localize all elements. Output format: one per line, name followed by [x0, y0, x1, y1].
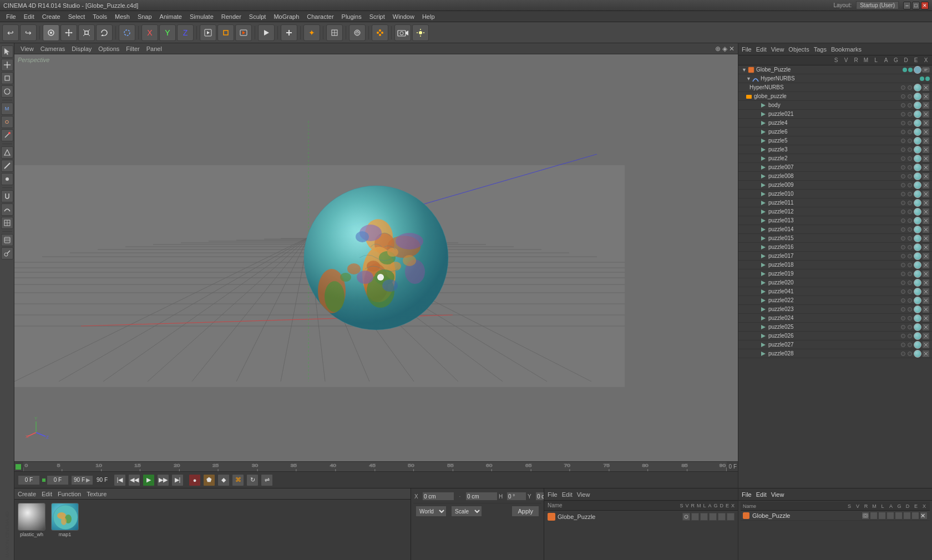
attr-icon-6b[interactable]	[903, 512, 911, 520]
obj-item-puzzle2[interactable]: puzzle2	[738, 154, 932, 163]
mograph-button[interactable]	[372, 24, 388, 41]
obj-item-body[interactable]: body	[738, 101, 932, 110]
obj-menu-objects[interactable]: Objects	[788, 46, 809, 53]
obj-item-root[interactable]: ▼ Globe_Puzzle	[738, 65, 932, 74]
camera-button[interactable]	[394, 24, 411, 41]
obj-menu-file[interactable]: File	[742, 46, 752, 53]
attr-menu-edit[interactable]: Edit	[562, 491, 573, 498]
motion-path-button[interactable]: ⌘	[232, 474, 244, 486]
obj-item-HyperNURBS[interactable]: HyperNURBS	[738, 83, 932, 92]
timeline-ruler-bar[interactable]: 0 5 10 15 20 25 30 35 40 45 50 55 60 65	[23, 462, 727, 472]
go-forward-button[interactable]: ▶▶	[157, 474, 169, 486]
lt-edge[interactable]	[1, 160, 13, 172]
lt-magnet[interactable]	[1, 190, 13, 202]
menu-animate[interactable]: Animate	[156, 12, 186, 21]
obj-arrow-hypernurbs[interactable]: ▼	[746, 76, 752, 82]
attr-icon-6[interactable]	[727, 513, 735, 521]
x-axis-button[interactable]: X	[141, 24, 158, 41]
menu-sculpt[interactable]: Sculpt	[245, 12, 270, 21]
mat-menu-function[interactable]: Function	[58, 491, 81, 497]
obj-item-puzzle022[interactable]: puzzle022	[738, 296, 932, 305]
mat-menu-create[interactable]: Create	[18, 491, 36, 497]
menu-snap[interactable]: Snap	[134, 12, 156, 21]
obj-item-puzzle008[interactable]: puzzle008	[738, 172, 932, 181]
obj-item-puzzle020[interactable]: puzzle020	[738, 278, 932, 287]
go-to-end-button[interactable]: ▶|	[171, 474, 184, 486]
obj-item-puzzle007[interactable]: puzzle007	[738, 163, 932, 172]
obj-item-puzzle5[interactable]: puzzle5	[738, 136, 932, 145]
apply-button[interactable]: Apply	[511, 506, 539, 517]
attr-bottom-menu-view[interactable]: View	[771, 491, 784, 498]
viewport[interactable]: Perspective	[14, 54, 738, 461]
obj-item-puzzle027[interactable]: puzzle027	[738, 340, 932, 349]
attr-bottom-menu-edit[interactable]: Edit	[756, 491, 767, 498]
vp-menu-display[interactable]: Display	[69, 45, 94, 53]
coord-x-pos-input[interactable]	[422, 492, 454, 501]
obj-arrow-root[interactable]: ▼	[742, 67, 747, 73]
rotate-tool-button[interactable]	[96, 24, 113, 41]
vp-menu-panel[interactable]: Panel	[144, 45, 165, 53]
obj-item-hypernurbs[interactable]: ▼ HyperNURBS	[738, 74, 932, 83]
lt-grid[interactable]	[1, 217, 13, 229]
menu-script[interactable]: Script	[366, 12, 389, 21]
current-frame-input[interactable]	[18, 475, 40, 485]
mat-menu-edit[interactable]: Edit	[42, 491, 52, 497]
obj-item-puzzle015[interactable]: puzzle015	[738, 234, 932, 243]
obj-menu-edit[interactable]: Edit	[756, 46, 767, 53]
lt-polygon[interactable]	[1, 146, 13, 159]
go-to-start-button[interactable]: |◀	[114, 474, 126, 486]
keyframe-button[interactable]: ◆	[217, 474, 230, 486]
coord-x-scale-input[interactable]	[465, 492, 498, 501]
animation-play-button[interactable]	[258, 24, 275, 41]
go-back-button[interactable]: ◀◀	[128, 474, 140, 486]
loop-button[interactable]: ↻	[246, 474, 259, 486]
obj-item-puzzle010[interactable]: puzzle010	[738, 190, 932, 198]
obj-item-puzzle013[interactable]: puzzle013	[738, 216, 932, 225]
lt-move[interactable]	[1, 59, 13, 71]
menu-mesh[interactable]: Mesh	[111, 12, 134, 21]
close-button[interactable]: ✕	[921, 2, 929, 9]
attr-icon-2b[interactable]	[870, 512, 878, 520]
attr-menu-file[interactable]: File	[548, 491, 558, 498]
lt-scale[interactable]	[1, 72, 13, 84]
menu-select[interactable]: Select	[64, 12, 89, 21]
render-picture-button[interactable]	[235, 24, 252, 41]
obj-menu-tags[interactable]: Tags	[814, 46, 827, 53]
menu-create[interactable]: Create	[38, 12, 64, 21]
attr-icon-5b[interactable]	[895, 512, 903, 520]
attr-icon-7b[interactable]	[911, 512, 919, 520]
attr-bottom-menu-file[interactable]: File	[742, 491, 752, 498]
null-object-button[interactable]: ✦	[303, 24, 320, 41]
attr-icon-4[interactable]	[709, 513, 717, 521]
attr-menu-view[interactable]: View	[577, 491, 590, 498]
auto-key-button[interactable]: ⬟	[203, 474, 215, 486]
maximize-button[interactable]: □	[912, 2, 920, 9]
vp-menu-options[interactable]: Options	[95, 45, 122, 53]
material-item-map1[interactable]: map1	[51, 503, 79, 537]
frame-counter[interactable]	[47, 475, 69, 485]
redo-button[interactable]: ↪	[20, 24, 37, 41]
light-button[interactable]	[412, 24, 429, 41]
menu-plugins[interactable]: Plugins	[338, 12, 366, 21]
vp-menu-filter[interactable]: Filter	[123, 45, 142, 53]
record-button[interactable]: ●	[189, 474, 201, 486]
globe-object[interactable]	[298, 180, 454, 335]
coord-h-input[interactable]	[506, 492, 526, 501]
lt-brush[interactable]	[1, 247, 13, 259]
play-button[interactable]: ▶	[143, 474, 155, 486]
menu-tools[interactable]: Tools	[89, 12, 111, 21]
attr-icon-1[interactable]	[682, 513, 690, 521]
menu-render[interactable]: Render	[217, 12, 245, 21]
lt-model[interactable]: M	[1, 103, 13, 115]
move-tool-button[interactable]	[60, 24, 77, 41]
obj-item-puzzle009[interactable]: puzzle009	[738, 181, 932, 190]
obj-item-puzzle017[interactable]: puzzle017	[738, 252, 932, 261]
object-list[interactable]: ▼ Globe_Puzzle	[738, 65, 932, 488]
lt-vertex[interactable]	[1, 173, 13, 185]
coord-system-select[interactable]: World Object Parent	[416, 506, 447, 517]
timeline-ruler[interactable]: 0 5 10 15 20 25 30 35 40 45 50 55 60 65	[14, 461, 738, 471]
obj-item-puzzle018[interactable]: puzzle018	[738, 261, 932, 269]
obj-item-puzzle016[interactable]: puzzle016	[738, 243, 932, 252]
lt-smooth[interactable]	[1, 203, 13, 216]
menu-simulate[interactable]: Simulate	[186, 12, 217, 21]
